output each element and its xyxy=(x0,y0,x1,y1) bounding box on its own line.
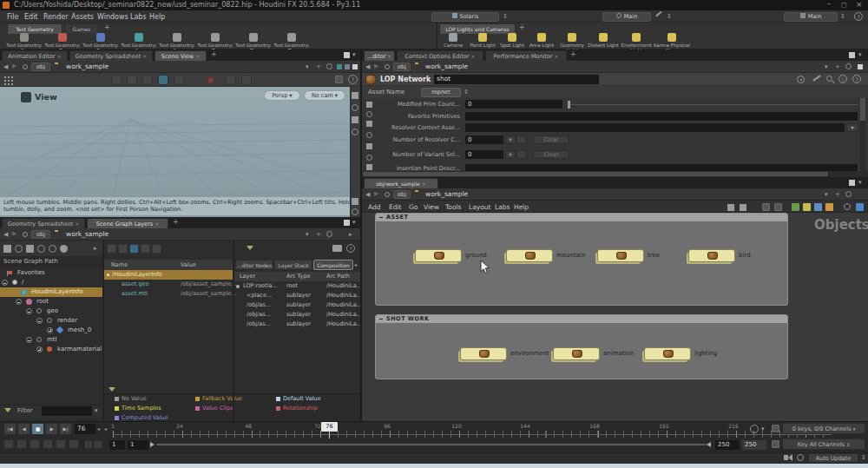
frame-back-icon[interactable]: ◂ xyxy=(97,425,100,433)
param-vscroll-thumb[interactable] xyxy=(860,98,865,121)
channel-scope-icon[interactable] xyxy=(772,440,779,448)
pane-menu-caret-icon[interactable]: ▾ xyxy=(352,218,356,227)
timeline-zoom-icon[interactable] xyxy=(750,425,759,433)
path-node-label[interactable]: work_sample xyxy=(66,63,108,70)
path-pin-add-icon[interactable]: + xyxy=(835,63,840,71)
bookmark-slate-icon[interactable] xyxy=(345,64,350,69)
tab-close-icon[interactable]: × xyxy=(422,181,426,187)
collapse-icon[interactable] xyxy=(36,318,43,324)
pane-maximize-icon[interactable] xyxy=(849,52,855,58)
path-context-chip[interactable]: obj xyxy=(31,230,50,239)
shelf-tool-light[interactable]: Point Light xyxy=(468,33,497,48)
sheet-list-icon[interactable] xyxy=(141,244,150,254)
tree-item-karmamaterial[interactable]: karmamaterial xyxy=(0,345,102,354)
path-history-icon[interactable] xyxy=(845,63,852,69)
menu-edit[interactable]: Edit xyxy=(24,13,38,21)
display-options-icon[interactable] xyxy=(814,203,822,211)
pane-maximize-icon[interactable] xyxy=(344,52,350,58)
keys-summary-button[interactable]: 0 keys, 0/0 Channels ▾ xyxy=(782,423,865,434)
pane-menu-caret-icon[interactable]: ▾ xyxy=(352,50,356,59)
camera-selector[interactable]: No cam ▾ xyxy=(304,90,345,101)
snapshot-gallery-icon[interactable] xyxy=(792,203,799,211)
tree-tool-icon[interactable] xyxy=(37,245,45,253)
node-name-field[interactable]: shot xyxy=(434,75,599,84)
tab-animation-editor[interactable]: Animation Editor× xyxy=(2,50,68,61)
asset-name-spinner-icon[interactable]: ↕ xyxy=(464,88,469,96)
path-back-icon[interactable]: ◀ xyxy=(365,190,370,199)
tree-tool-icon[interactable] xyxy=(26,245,34,253)
sheet-row[interactable]: asset:geo/obj/asset_sample... xyxy=(104,280,233,289)
node-body[interactable] xyxy=(688,249,735,262)
color-palette-icon[interactable] xyxy=(825,203,833,211)
bookmark-white-icon[interactable] xyxy=(352,64,358,69)
expand-icon[interactable] xyxy=(47,327,53,333)
help-circle-icon[interactable]: ? xyxy=(854,12,863,21)
box-select-tool-icon[interactable] xyxy=(158,75,168,85)
range-slider-right-handle[interactable] xyxy=(707,442,711,447)
path-forward-icon[interactable]: ▶ xyxy=(374,190,378,197)
param-strip-icon[interactable] xyxy=(366,111,372,117)
path-pin-icon[interactable] xyxy=(385,192,390,197)
layers-filter-funnel-icon[interactable] xyxy=(247,246,253,250)
menu-labs[interactable]: Labs xyxy=(130,13,147,21)
net-menu-tools[interactable]: Tools xyxy=(445,203,461,211)
global-end-field[interactable]: 250 xyxy=(742,440,766,450)
radial-menu-selector[interactable]: Main xyxy=(602,12,651,22)
increment-icon[interactable]: + xyxy=(505,135,516,144)
sheet-col-value[interactable]: Value xyxy=(181,261,196,268)
node-body[interactable] xyxy=(460,347,507,360)
node-body[interactable] xyxy=(644,347,691,360)
tab-close-icon[interactable]: × xyxy=(75,221,79,227)
jump-start-button[interactable]: |◀ xyxy=(3,423,16,435)
path-node-label[interactable]: work_sample xyxy=(425,63,468,70)
add-tab-icon[interactable]: + xyxy=(173,218,179,227)
decrement-icon[interactable]: – xyxy=(516,135,527,144)
net-search-icon[interactable] xyxy=(844,203,851,210)
net-menu-layout[interactable]: Layout xyxy=(469,203,491,211)
net-menu-go[interactable]: Go xyxy=(409,203,418,211)
param-strip-icon[interactable] xyxy=(366,132,372,138)
playbar-realtime-icon[interactable] xyxy=(43,439,53,449)
path-pin-icon[interactable] xyxy=(23,232,28,237)
network-box-title[interactable]: SHOT WORK xyxy=(376,315,787,323)
param-strip-icon[interactable] xyxy=(366,155,372,161)
range-slider-track[interactable] xyxy=(156,444,707,445)
tree-item-mtl[interactable]: mtl xyxy=(0,335,102,345)
path-caret-icon[interactable]: ▾ xyxy=(825,190,828,199)
view-tool-icon[interactable] xyxy=(352,104,358,111)
add-tab-icon[interactable]: + xyxy=(211,50,217,59)
key-all-channels-button[interactable]: Key All Channels ↕ xyxy=(782,438,865,450)
path-forward-icon[interactable]: ▶ xyxy=(12,230,16,237)
range-slider-left-handle[interactable] xyxy=(150,442,155,447)
path-forward-icon[interactable]: ▶ xyxy=(12,63,16,69)
collapse-icon[interactable] xyxy=(26,337,32,343)
path-back-icon[interactable]: ◀ xyxy=(365,63,370,71)
select-tool-icon[interactable] xyxy=(111,75,122,85)
auto-update-spinner-icon[interactable]: ↕ xyxy=(861,453,866,462)
param-field[interactable] xyxy=(465,112,858,121)
increment-icon[interactable]: + xyxy=(505,150,516,159)
param-field[interactable]: 0 xyxy=(465,150,503,159)
layers-tab-composition[interactable]: Composition xyxy=(313,260,353,270)
stop-button[interactable]: ■ xyxy=(31,423,44,435)
shelf-tool-light[interactable]: Distant Light xyxy=(588,33,619,48)
global-start-field[interactable]: 1 xyxy=(109,440,125,450)
notes-icon[interactable] xyxy=(803,203,811,211)
minimize-icon[interactable]: – xyxy=(827,0,831,9)
param-strip-icon[interactable] xyxy=(366,121,372,127)
tree-item-root[interactable]: root xyxy=(0,297,102,307)
auto-update-selector[interactable]: Auto Update xyxy=(808,453,858,463)
tab-scene-graph-layers[interactable]: Scene Graph Layers× xyxy=(87,218,168,228)
param-strip-icon[interactable] xyxy=(366,102,372,108)
path-caret-icon[interactable]: ▾ xyxy=(306,63,309,71)
param-help-icon[interactable]: ? xyxy=(852,75,861,83)
playbar-loop-icon[interactable] xyxy=(30,439,40,449)
path-node-label[interactable]: work_sample xyxy=(425,190,468,198)
pane-maximize-icon[interactable] xyxy=(849,180,855,186)
filter-input[interactable] xyxy=(42,406,92,416)
play-button[interactable]: ▶ xyxy=(45,423,58,435)
tree-item-houdinilayerinfo[interactable]: iHoudiniLayerInfo xyxy=(0,287,102,297)
param-slider-handle[interactable] xyxy=(568,101,570,109)
path-context-chip[interactable]: obj xyxy=(31,63,50,71)
tab-context-options-editor[interactable]: Context Options Editor× xyxy=(397,50,483,61)
